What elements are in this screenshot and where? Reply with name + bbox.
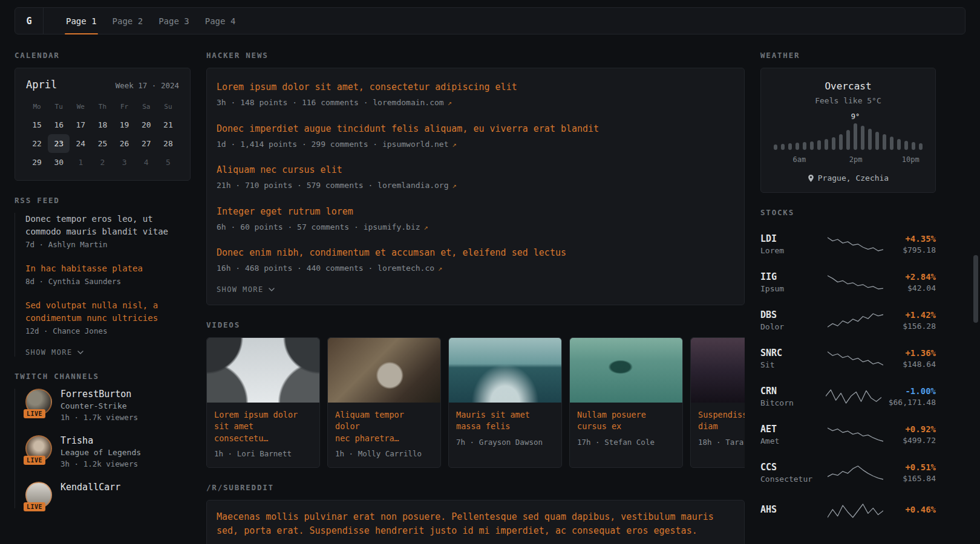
hn-item-domain[interactable]: loremlandia.org bbox=[377, 181, 448, 190]
calendar-section-title: CALENDAR bbox=[15, 51, 191, 60]
calendar-day[interactable]: 1 bbox=[70, 153, 91, 172]
hn-item-domain[interactable]: ipsumworld.net bbox=[382, 140, 449, 149]
stock-values: +1.36% $148.64 bbox=[892, 348, 936, 369]
video-card[interactable]: Aliquam tempor dolor nec pharetra… 1h · … bbox=[327, 337, 441, 468]
page-tab[interactable]: Page 2 bbox=[105, 8, 151, 34]
video-card[interactable]: Suspendisse diam 18h · Tara bbox=[690, 337, 745, 468]
hn-item-title[interactable]: Donec enim nibh, condimentum et accumsan… bbox=[217, 247, 734, 259]
video-card[interactable]: Mauris sit amet massa felis 7h · Grayson… bbox=[448, 337, 562, 468]
weather-bar bbox=[846, 130, 850, 150]
hn-item-stats: 16h · 468 points · 440 comments · bbox=[217, 264, 377, 273]
subreddit-widget: /R/SUBREDDIT Maecenas mollis pulvinar er… bbox=[206, 483, 745, 544]
page-tab[interactable]: Page 1 bbox=[58, 8, 105, 34]
rss-item: Donec tempor eros leo, ut commodo mauris… bbox=[25, 213, 191, 251]
video-card-body: Lorem ipsum dolor sit amet consectetu… 1… bbox=[207, 403, 319, 467]
hackernews-show-more-button[interactable]: SHOW MORE bbox=[217, 285, 275, 294]
calendar-day[interactable]: 25 bbox=[91, 134, 113, 153]
calendar-day[interactable]: 28 bbox=[157, 134, 179, 153]
rss-item-title[interactable]: In hac habitasse platea bbox=[25, 262, 191, 275]
hn-item-domain[interactable]: loremtech.co bbox=[377, 264, 434, 273]
calendar-day[interactable]: 4 bbox=[136, 153, 157, 172]
calendar-day[interactable]: 23 bbox=[48, 134, 70, 153]
calendar-day[interactable]: 30 bbox=[48, 153, 70, 172]
hn-item-title[interactable]: Aliquam nec cursus elit bbox=[217, 164, 734, 176]
stock-row[interactable]: AET Amet +0.92% $499.72 bbox=[760, 415, 936, 453]
video-thumbnail bbox=[691, 338, 745, 403]
calendar-day[interactable]: 20 bbox=[136, 115, 157, 134]
calendar-day[interactable]: 5 bbox=[157, 153, 179, 172]
calendar-day[interactable]: 21 bbox=[157, 115, 179, 134]
video-title[interactable]: Suspendisse diam bbox=[698, 409, 745, 433]
calendar-day[interactable]: 18 bbox=[91, 115, 113, 134]
subreddit-post-title[interactable]: Maecenas mollis pulvinar erat non posuer… bbox=[217, 510, 734, 539]
channel-name[interactable]: Trisha bbox=[60, 435, 141, 446]
calendar-day[interactable]: 15 bbox=[26, 115, 48, 134]
video-title[interactable]: Mauris sit amet massa felis bbox=[456, 409, 554, 433]
stock-name: Ipsum bbox=[760, 284, 818, 293]
hn-item-title[interactable]: Donec imperdiet augue tincidunt felis al… bbox=[217, 123, 734, 135]
hackernews-widget: HACKER NEWS Lorem ipsum dolor sit amet, … bbox=[206, 51, 745, 305]
stock-id: SNRC Sit bbox=[760, 348, 818, 369]
stock-ticker: AHS bbox=[760, 504, 818, 515]
channel-name[interactable]: ForrestBurton bbox=[60, 389, 138, 400]
scrollbar-thumb[interactable] bbox=[973, 255, 978, 323]
stock-row[interactable]: AHS +0.46% bbox=[760, 491, 936, 529]
rss-show-more-button[interactable]: SHOW MORE bbox=[25, 348, 83, 357]
rss-item-title[interactable]: Sed volutpat nulla nisl, a condimentum n… bbox=[25, 299, 191, 325]
app-logo[interactable]: G bbox=[15, 8, 44, 34]
hn-item-meta: 1d · 1,414 points · 299 comments · ipsum… bbox=[217, 138, 734, 151]
stock-id: CCS Consectetur bbox=[760, 462, 818, 484]
calendar-day[interactable]: 2 bbox=[91, 153, 113, 172]
video-meta: 18h · Tara bbox=[698, 437, 745, 448]
page-tab-label: Page 3 bbox=[158, 16, 189, 26]
hn-item-title[interactable]: Lorem ipsum dolor sit amet, consectetur … bbox=[217, 81, 734, 94]
channel-name[interactable]: KendallCarr bbox=[60, 482, 120, 493]
stock-values: +0.92% $499.72 bbox=[892, 424, 936, 445]
hackernews-card: Lorem ipsum dolor sit amet, consectetur … bbox=[206, 68, 745, 305]
rss-item-title[interactable]: Donec tempor eros leo, ut commodo mauris… bbox=[25, 213, 191, 238]
hn-item-domain[interactable]: ipsumify.biz bbox=[364, 222, 420, 232]
video-card[interactable]: Lorem ipsum dolor sit amet consectetu… 1… bbox=[206, 337, 320, 468]
calendar-day[interactable]: 27 bbox=[136, 134, 157, 153]
stock-ticker: AET bbox=[760, 424, 818, 435]
video-title[interactable]: Aliquam tempor dolor nec pharetra… bbox=[335, 409, 433, 445]
stock-row[interactable]: CCS Consectetur +0.51% $165.84 bbox=[760, 453, 936, 491]
stock-sparkline bbox=[818, 349, 892, 368]
video-card[interactable]: Nullam posuere cursus ex 17h · Stefan Co… bbox=[569, 337, 683, 468]
stock-row[interactable]: IIG Ipsum +2.84% $42.04 bbox=[760, 263, 936, 301]
hn-item-title[interactable]: Integer eget rutrum lorem bbox=[217, 206, 734, 218]
calendar-day[interactable]: 26 bbox=[114, 134, 136, 153]
video-title[interactable]: Lorem ipsum dolor sit amet consectetu… bbox=[214, 409, 312, 445]
hn-item-domain[interactable]: loremdomain.com bbox=[373, 98, 443, 107]
stock-row[interactable]: CRN Bitcorn -1.00% $66,171.48 bbox=[760, 377, 936, 415]
video-title[interactable]: Nullam posuere cursus ex bbox=[577, 409, 675, 433]
calendar-day[interactable]: 16 bbox=[48, 115, 70, 134]
calendar-day[interactable]: 24 bbox=[70, 134, 91, 153]
stock-row[interactable]: SNRC Sit +1.36% $148.64 bbox=[760, 339, 936, 377]
page-tab-label: Page 4 bbox=[205, 16, 236, 26]
stock-row[interactable]: DBS Dolor +1.42% $156.28 bbox=[760, 301, 936, 339]
twitch-channel[interactable]: LIVE ForrestBurton Counter-Strike 1h · 1… bbox=[25, 389, 191, 424]
stock-name: Dolor bbox=[760, 322, 818, 331]
calendar-day[interactable]: 3 bbox=[114, 153, 136, 172]
twitch-channel[interactable]: LIVE Trisha League of Legends 3h · 1.2k … bbox=[25, 435, 191, 470]
calendar-day[interactable]: 22 bbox=[26, 134, 48, 153]
page-tab[interactable]: Page 4 bbox=[197, 8, 244, 34]
video-meta: 1h · Molly Carrillo bbox=[335, 448, 433, 460]
page-tab[interactable]: Page 3 bbox=[151, 8, 197, 34]
stock-name: Amet bbox=[760, 436, 818, 445]
calendar-day[interactable]: 19 bbox=[114, 115, 136, 134]
stock-change: +0.51% bbox=[892, 462, 936, 472]
calendar-day[interactable]: 29 bbox=[26, 153, 48, 172]
stock-name: Consectetur bbox=[760, 474, 818, 484]
stock-row[interactable]: LDI Lorem +4.35% $795.18 bbox=[760, 225, 936, 263]
twitch-channel[interactable]: LIVE KendallCarr bbox=[25, 482, 191, 508]
videos-widget: VIDEOS Lorem ipsum dolor sit amet consec… bbox=[206, 320, 745, 468]
stock-ticker: CCS bbox=[760, 462, 818, 473]
rss-item-meta: 7d · Ashlyn Martin bbox=[25, 239, 191, 251]
calendar-day[interactable]: 17 bbox=[70, 115, 91, 134]
weather-time-label: 6am bbox=[793, 155, 806, 164]
calendar-weekday: Tu bbox=[48, 100, 70, 115]
stock-price: $165.84 bbox=[892, 474, 936, 483]
weather-bar bbox=[832, 137, 835, 150]
